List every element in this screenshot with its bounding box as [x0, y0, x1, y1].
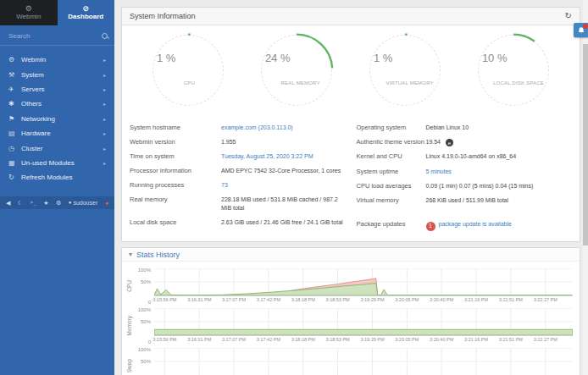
chevron-right-icon: ▸ — [103, 101, 106, 107]
sidebar-item-label: Servers — [21, 85, 45, 93]
info-row-operating-system: Operating systemDebian Linux 10 — [357, 120, 572, 135]
search-icon[interactable] — [102, 33, 106, 40]
refresh-icon: ↻ — [8, 174, 21, 181]
update-count-badge: 1 — [426, 222, 435, 231]
info-value-link[interactable]: 73 — [221, 182, 228, 188]
info-value-text: 228.18 MiB used / 531.8 MiB cached / 987… — [221, 196, 338, 211]
terminal-icon[interactable]: >_ — [31, 200, 36, 205]
info-value-text: 268 KiB used / 511.99 MiB total — [426, 197, 509, 203]
user-menu[interactable]: ●sudouser — [69, 200, 97, 206]
info-value: 2.63 GiB used / 21.46 GiB free / 24.1 Gi… — [221, 218, 343, 227]
info-value-text: 19.54 — [426, 139, 441, 145]
favorites-icon[interactable]: ★ — [43, 200, 48, 206]
info-value-text: Linux 4.19.0-10-amd64 on x86_64 — [426, 153, 517, 159]
stats-charts: CPU100%50%03:15:56 PM3:16:31 PM3:17:07 P… — [122, 262, 580, 375]
info-value: 19.54e — [426, 138, 454, 147]
chart-yaxis: 100%50%0 — [135, 348, 154, 375]
search-input[interactable] — [8, 32, 102, 40]
gauge-arc — [258, 32, 335, 108]
sidebar-item-networking[interactable]: ⚑Networking▸ — [0, 112, 114, 126]
info-value: example.com (203.0.113.0) — [221, 124, 293, 132]
chart-ylabel-text: Swap — [126, 359, 132, 372]
gear-icon: ⚙ — [8, 56, 21, 63]
sidebar-item-webmin[interactable]: ⚙Webmin▸ — [0, 52, 114, 67]
drive-icon: ▤ — [8, 130, 21, 137]
power-icon[interactable]: ● — [105, 200, 108, 206]
chart-swap: Swap100%50%03:15:56 PM3:16:31 PM3:17:07 … — [124, 348, 573, 375]
chart-ylabel-text: Memory — [126, 316, 132, 335]
sidebar-item-unused-modules[interactable]: ▦Un-used Modules▸ — [0, 156, 114, 170]
night-mode-icon[interactable]: ☾ — [18, 200, 23, 206]
refresh-icon[interactable]: ↻ — [565, 12, 572, 20]
info-value-link[interactable]: example.com (203.0.113.0) — [221, 124, 293, 130]
chart-canvas — [154, 268, 573, 295]
sidebar-item-others[interactable]: ✱Others▸ — [0, 97, 114, 111]
sidebar-item-hardware[interactable]: ▤Hardware▸ — [0, 126, 114, 141]
tab-dashboard[interactable]: ⊘ Dashboard — [58, 0, 115, 25]
chart-ylabel: Memory — [124, 308, 135, 344]
chart-ylabel: Swap — [124, 348, 135, 375]
chevron-right-icon: ▸ — [103, 57, 106, 63]
y-tick: 0 — [148, 300, 151, 305]
sidebar-item-refresh-modules[interactable]: ↻Refresh Modules — [0, 170, 114, 185]
info-label: Local disk space — [130, 218, 221, 226]
chevron-right-icon: ▸ — [103, 146, 106, 152]
sidebar-item-system[interactable]: ⚒System▸ — [0, 67, 114, 81]
username-label: sudouser — [73, 200, 97, 206]
stats-history-header[interactable]: ▾ Stats History — [122, 248, 580, 262]
info-label: Virtual memory — [357, 196, 426, 204]
info-value-link[interactable]: Tuesday, August 25, 2020 3:22 PM — [221, 153, 313, 159]
info-label: Kernel and CPU — [357, 152, 426, 160]
series-memory-used — [154, 329, 573, 335]
system-information-header: System Information ↻ — [122, 8, 580, 25]
info-row-kernel-and-cpu: Kernel and CPULinux 4.19.0-10-amd64 on x… — [357, 150, 572, 164]
info-value: AMD EPYC 7542 32-Core Processor, 1 cores — [221, 167, 341, 175]
info-value-link[interactable]: 5 minutes — [426, 168, 452, 174]
gauge-value: 1 % — [157, 52, 175, 64]
main-scrollbar[interactable] — [583, 0, 588, 375]
tab-webmin[interactable]: ⚙ Webmin — [0, 0, 58, 25]
usage-gauges: 1 %CPU24 %REAL MEMORY1 %VIRTUAL MEMORY10… — [122, 25, 580, 115]
notifications-button[interactable] — [574, 23, 588, 37]
gauge-label: VIRTUAL MEMORY — [386, 80, 433, 85]
gauge-arc — [150, 32, 226, 108]
theme-info-icon[interactable]: e — [446, 139, 453, 146]
sidebar-item-cluster[interactable]: ◷Cluster▸ — [0, 141, 114, 155]
gauge-label: LOCAL DISK SPACE — [493, 80, 544, 85]
chevron-right-icon: ▸ — [103, 116, 106, 122]
chevron-right-icon: ▸ — [103, 130, 106, 136]
sidebar-item-servers[interactable]: ✈Servers▸ — [0, 82, 114, 97]
x-tick: 3:17:42 PM — [257, 297, 280, 302]
info-value-link[interactable]: package update is available — [439, 221, 512, 227]
info-value-text: Debian Linux 10 — [426, 124, 469, 130]
info-row-running-processes: Running processes73 — [130, 179, 345, 193]
scrollbar-thumb[interactable] — [583, 44, 588, 245]
gear-icon: ⚙ — [25, 5, 32, 13]
collapse-sidebar-icon[interactable]: ◀ — [6, 200, 10, 206]
notification-badge — [583, 24, 588, 29]
info-row-system-hostname: System hostnameexample.com (203.0.113.0) — [130, 120, 345, 135]
tab-dashboard-label: Dashboard — [68, 14, 103, 20]
chevron-right-icon: ▸ — [103, 72, 106, 78]
sidebar-item-label: Un-used Modules — [21, 159, 75, 167]
info-row-local-disk-space: Local disk space2.63 GiB used / 21.46 Gi… — [130, 216, 345, 230]
info-value: 228.18 MiB used / 531.8 MiB cached / 987… — [221, 196, 345, 212]
y-tick: 100% — [138, 347, 151, 352]
gauge-value: 1 % — [374, 52, 392, 64]
chart-body: 3:15:56 PM3:16:31 PM3:17:07 PM3:17:42 PM… — [154, 268, 573, 304]
info-label: Authentic theme version — [357, 138, 426, 146]
power-icon-glyph: ● — [105, 200, 108, 206]
sidebar-item-label: Hardware — [21, 130, 51, 137]
history-icon: ◷ — [8, 145, 21, 152]
chart-body: 3:15:56 PM3:16:31 PM3:17:07 PM3:17:42 PM… — [154, 308, 573, 344]
chart-xticks: 3:15:56 PM3:16:31 PM3:17:07 PM3:17:42 PM… — [154, 337, 573, 344]
shield-icon: ⚑ — [8, 115, 21, 123]
x-tick: 3:17:42 PM — [257, 337, 280, 342]
gauge-value: 24 % — [265, 52, 291, 64]
chart-memory: Memory100%50%03:15:56 PM3:16:31 PM3:17:0… — [124, 308, 573, 344]
y-tick: 100% — [138, 307, 151, 312]
gauge-label: REAL MEMORY — [281, 80, 320, 85]
sidebar: ⚙ Webmin ⊘ Dashboard ⚙Webmin▸⚒System▸✈Se… — [0, 0, 114, 375]
info-row-time-on-system: Time on systemTuesday, August 25, 2020 3… — [130, 149, 345, 163]
settings-icon[interactable]: ⚙ — [56, 200, 61, 206]
